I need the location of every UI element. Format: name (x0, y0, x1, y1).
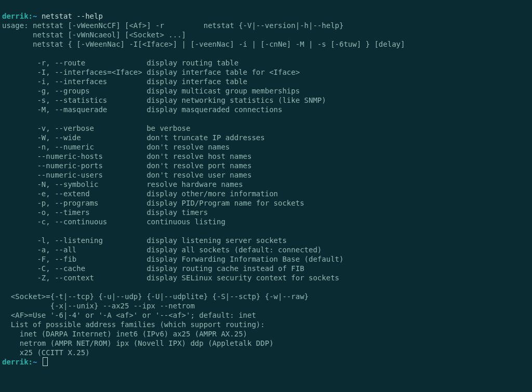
command-1: netstat --help (42, 12, 103, 20)
output-line: -e, --extend display other/more informat… (2, 190, 278, 198)
cursor-icon (43, 357, 48, 366)
output-line: -g, --groups display multicast group mem… (2, 87, 300, 95)
output-line: -p, --programs display PID/Program name … (2, 199, 304, 207)
prompt-sep: : (29, 12, 33, 20)
prompt-line-2[interactable]: derrik:~ (2, 358, 48, 366)
output-line: netstat { [-vWeenNac] -I[<Iface>] | [-ve… (2, 40, 405, 48)
output-line: -C, --cache display routing cache instea… (2, 264, 304, 273)
prompt-path: ~ (33, 358, 37, 366)
output-line: usage: netstat [-vWeenNcCF] [<Af>] -r ne… (2, 21, 343, 30)
output-line: -N, --symbolic resolve hardware names (2, 180, 243, 188)
terminal-window[interactable]: derrik:~ netstat --help usage: netstat [… (0, 0, 532, 392)
output-line: List of possible address families (which… (2, 320, 265, 329)
output-line: --numeric-hosts don't resolve host names (2, 152, 251, 160)
output-line: inet (DARPA Internet) inet6 (IPv6) ax25 … (2, 330, 247, 338)
output-line: -F, --fib display Forwarding Information… (2, 255, 343, 263)
prompt-user: derrik (2, 12, 29, 20)
output-line: -l, --listening display listening server… (2, 236, 287, 245)
output-line: -r, --route display routing table (2, 59, 238, 67)
output-line: <AF>=Use '-6|-4' or '-A <af>' or '--<af>… (2, 311, 256, 319)
prompt-sep: : (29, 358, 33, 366)
output-line: -s, --statistics display networking stat… (2, 96, 326, 104)
output-line: -I, --interfaces=<Iface> display interfa… (2, 68, 300, 76)
output-line: netrom (AMPR NET/ROM) ipx (Novell IPX) d… (2, 339, 274, 347)
output-line: -n, --numeric don't resolve names (2, 143, 230, 151)
output-line: <Socket>={-t|--tcp} {-u|--udp} {-U|--udp… (2, 292, 309, 301)
output-line: -a, --all display all sockets (default: … (2, 246, 322, 254)
output-line: -W, --wide don't truncate IP addresses (2, 133, 265, 142)
output-line: -Z, --context display SELinux security c… (2, 274, 339, 282)
output-line: x25 (CCITT X.25) (2, 348, 90, 357)
prompt-user: derrik (2, 358, 29, 366)
output-line: -v, --verbose be verbose (2, 124, 190, 132)
output-line: -o, --timers display timers (2, 208, 208, 217)
output-line: --numeric-ports don't resolve port names (2, 161, 251, 170)
prompt-line-1: derrik:~ netstat --help (2, 12, 103, 20)
output-line: -M, --masquerade display masqueraded con… (2, 105, 282, 114)
output-line: -i, --interfaces display interface table (2, 77, 247, 86)
output-line: netstat [-vWnNcaeol] [<Socket> ...] (2, 31, 186, 39)
prompt-path: ~ (33, 12, 37, 20)
output-line: --numeric-users don't resolve user names (2, 171, 251, 179)
output-line: {-x|--unix} --ax25 --ipx --netrom (2, 302, 195, 310)
output-line: -c, --continuous continuous listing (2, 218, 225, 226)
